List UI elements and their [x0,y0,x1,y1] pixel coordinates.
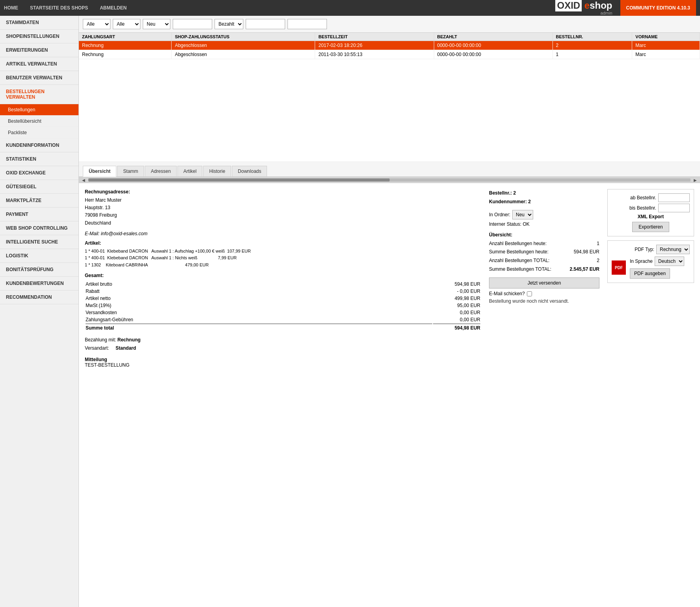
shipping-line: Versandart: Standard [85,344,481,353]
filter-dropdown-3[interactable]: Neu [143,19,170,29]
payment-shipping: Bezahlung mit: Rechnung Versandart: Stan… [85,336,481,353]
sidebar-item-bestellungen-verwalten[interactable]: BESTELLUNGEN VERWALTEN [0,85,78,104]
sidebar-item-kundeninformation[interactable]: KUNDENINFORMATION [0,139,78,152]
sidebar-sub-bestelluebersicht[interactable]: Bestellübersicht [0,116,78,127]
sidebar-item-statistiken[interactable]: STATISTIKEN [0,152,78,166]
sidebar-item-stammdaten[interactable]: STAMMDATEN [0,16,78,30]
top-navigation: HOME STARTSEITE DES SHOPS ABMELDEN OXID … [0,0,700,16]
bestellnr-num: 2 [513,190,516,196]
address-line4: Deutschland [85,219,481,227]
filter-bar: Alle Alle Neu Bezahlt [79,16,700,33]
status-row: Interner Status: OK [489,221,599,227]
email-check-input[interactable] [527,291,532,296]
sidebar-item-payment[interactable]: PAYMENT [0,208,78,221]
sidebar-sub-packliste[interactable]: Packliste [0,127,78,139]
address-line3: 79098 Freiburg [85,212,481,219]
brand-logo: OXID eshop [555,1,612,10]
tab-adressen[interactable]: Adressen [145,166,177,176]
scroll-left-arrow[interactable]: ◀ [81,178,86,182]
order-info: Bestellnr.: 2 Kundennummer: 2 [489,189,599,206]
pdf-icon: PDF [612,260,626,275]
address-block: Herr Marc Muster Hauptstr. 13 79098 Frei… [85,197,481,227]
col-vorname[interactable]: VORNAME [632,33,700,41]
nav-shop[interactable]: STARTSEITE DES SHOPS [30,5,88,11]
nav-home[interactable]: HOME [4,5,18,11]
detail-panel: Rechnungsadresse: Herr Marc Muster Haupt… [79,183,700,374]
col-status[interactable]: SHOP-ZAHLUNGSSTATUS [172,33,315,41]
sidebar-item-recommendation[interactable]: RECOMMENDATION [0,290,78,304]
total-value-versand: 0,00 EUR [433,309,480,316]
pdf-sprache-select[interactable]: Deutsch [655,257,684,266]
payment-label: Bezahlung mit: [85,337,116,343]
tab-artikel[interactable]: Artikel [177,166,202,176]
filter-input-1[interactable] [173,19,212,29]
total-label-summe: Summe total [86,324,432,331]
send-button[interactable]: Jetzt versenden [489,277,599,289]
summe-total: Summe Bestellungen TOTAL: 2.545,57 EUR [489,265,599,274]
sidebar-item-marktplaetze[interactable]: MARKTPLÄTZE [0,194,78,208]
sidebar-item-logistik[interactable]: LOGISTIK [0,249,78,263]
filter-dropdown-1[interactable]: Alle [83,19,110,29]
horizontal-scrollbar[interactable]: ◀ ▶ [79,177,700,183]
tab-stamm[interactable]: Stamm [117,166,144,176]
table-row[interactable]: RechnungAbgeschlossen2011-03-30 10:55:13… [79,50,700,59]
sidebar-item-benutzer-verwalten[interactable]: BENUTZER VERWALTEN [0,71,78,85]
totals-title: Gesamt: [85,273,481,278]
main-content: Alle Alle Neu Bezahlt ZAHLUNGSART SHOP-Z… [79,16,700,607]
sidebar-item-kundenbewertungen[interactable]: KUNDENBEWERTUNGEN [0,277,78,290]
folder-select[interactable]: Neu [512,210,533,219]
article-line-1: 1 * 400-01 Klebeband DACRON Auswahl 1 : … [85,248,481,255]
not-sent-message: Bestellung wurde noch nicht versandt. [489,298,599,304]
table-row[interactable]: RechnungAbgeschlossen2017-02-03 18:20:26… [79,41,700,50]
total-label-zahlung: Zahlungsart-Gebühren [86,317,432,323]
sidebar-item-oxid-exchange[interactable]: OXID EXCHANGE [0,166,78,180]
total-label-mwst: MwSt (19%) [86,302,432,309]
xml-export-section: ab Bestellnr. bis Bestellnr. XML Export … [607,189,694,236]
sidebar-item-web-shop-controlling[interactable]: WEB SHOP CONTROLLING [0,221,78,235]
articles-title: Artikel: [85,240,481,246]
tab-historie[interactable]: Historie [203,166,231,176]
pdf-typ-row: PDF Typ: Rechnung [612,245,690,254]
col-zahlungsart[interactable]: ZAHLUNGSART [79,33,172,41]
filter-dropdown-4[interactable]: Bezahlt [215,19,243,29]
filter-input-2[interactable] [246,19,285,29]
pdf-typ-select[interactable]: Rechnung [656,245,690,254]
sidebar-sub-bestellungen[interactable]: Bestellungen [0,104,78,116]
col-bestellnr[interactable]: BESTELLNR. [553,33,632,41]
bis-label: bis Bestellnr. [629,205,656,211]
pdf-icon-text: PDF [615,266,623,270]
kundennr-label: Kundennummer: [489,199,527,204]
empty-space [79,59,700,162]
tab-uebersicht[interactable]: Übersicht [83,166,116,177]
pdf-sprache-label: In Sprache [630,259,653,264]
sidebar-item-artikel-verwalten[interactable]: ARTIKEL VERWALTEN [0,57,78,71]
total-row-brutto: Artikel brutto 594,98 EUR [86,281,480,287]
detail-left: Rechnungsadresse: Herr Marc Muster Haupt… [85,189,481,368]
sidebar-item-bonitaetspruefung[interactable]: BONITÄTSPRÜFUNG [0,263,78,277]
kundennr-value: 2 [528,199,531,204]
sidebar-item-shopeinstellungen[interactable]: SHOPEINSTELLUNGEN [0,30,78,43]
pdf-icon-area: PDF In Sprache Deutsch PDF ausgeben [612,257,690,279]
filter-input-3[interactable] [287,19,327,29]
col-bestellzeit[interactable]: BESTELLZEIT [315,33,434,41]
bis-bestellnr-input[interactable] [658,204,690,212]
sidebar-item-guetesiegel[interactable]: GÜTESIEGEL [0,180,78,194]
scroll-right-arrow[interactable]: ▶ [693,178,698,182]
export-button[interactable]: Exportieren [632,222,669,232]
nav-logout[interactable]: ABMELDEN [100,5,127,11]
filter-dropdown-2[interactable]: Alle [113,19,140,29]
pdf-sprache-area: In Sprache Deutsch PDF ausgeben [630,257,684,279]
address-line2: Hauptstr. 13 [85,204,481,212]
bis-bestellnr-row: bis Bestellnr. [612,204,690,212]
invoice-address-title: Rechnungsadresse: [85,189,481,195]
ab-bestellnr-input[interactable] [658,193,690,202]
scroll-track[interactable] [88,178,691,182]
sidebar-item-intelligente-suche[interactable]: INTELLIGENTE SUCHE [0,235,78,249]
col-bezahlt[interactable]: BEZAHLT [434,33,553,41]
anzahl-total: Anzahl Bestellungen TOTAL: 2 [489,257,599,265]
orders-table: ZAHLUNGSART SHOP-ZAHLUNGSSTATUS BESTELLZ… [79,33,700,59]
pdf-ausgeben-button[interactable]: PDF ausgeben [630,268,670,279]
sidebar-item-erweiterungen[interactable]: ERWEITERUNGEN [0,43,78,57]
email-check-row: E-Mail schicken? [489,291,599,296]
tab-downloads[interactable]: Downloads [232,166,267,176]
